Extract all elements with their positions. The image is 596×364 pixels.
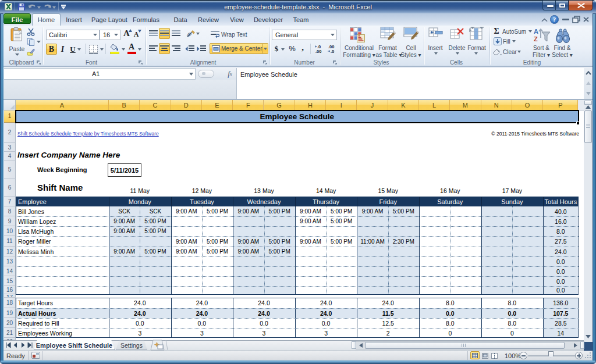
svg-text:.00: .00 xyxy=(315,49,321,54)
svg-text:Z: Z xyxy=(534,35,538,42)
svg-text:.0: .0 xyxy=(331,49,334,54)
svg-text:A: A xyxy=(534,28,538,35)
